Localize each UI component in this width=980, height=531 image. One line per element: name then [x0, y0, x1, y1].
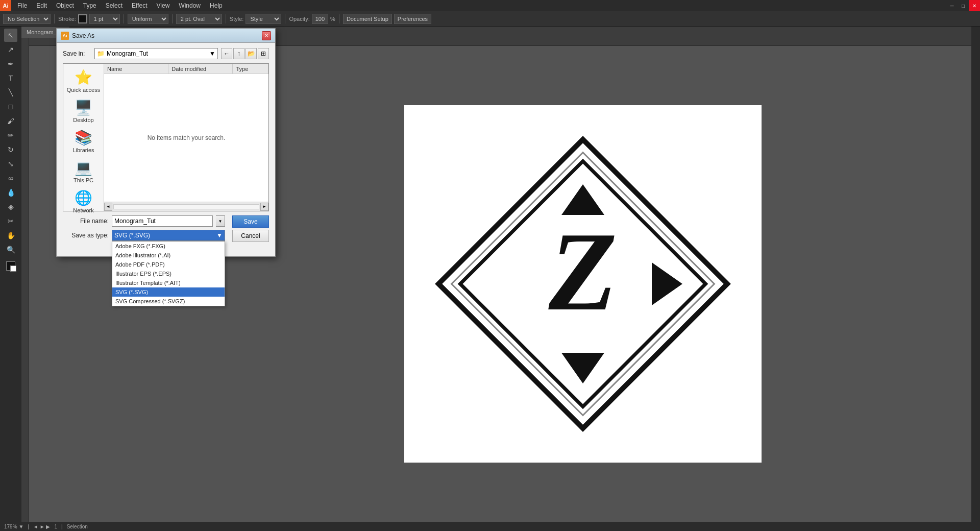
rotate-tool[interactable]: ↻ — [4, 143, 17, 156]
menu-view[interactable]: View — [153, 1, 174, 10]
page-nav[interactable]: ◄ ► ▶ — [33, 524, 50, 529]
dialog-title: Save As — [72, 32, 262, 39]
hand-tool[interactable]: ✋ — [4, 229, 17, 242]
horizontal-scrollbar[interactable]: ◄ ► — [104, 202, 268, 211]
brush-style-select[interactable]: Uniform — [128, 14, 168, 24]
menu-window[interactable]: Window — [175, 1, 205, 10]
blend-tool[interactable]: ∞ — [4, 172, 17, 185]
save-type-value: SVG (*.SVG) — [114, 232, 150, 239]
save-type-row: Save as type: SVG (*.SVG) ▼ Adobe FXG (*… — [63, 230, 225, 241]
filename-label: File name: — [63, 218, 109, 225]
dropdown-item-ait[interactable]: Illustrator Template (*.AIT) — [112, 278, 225, 287]
save-in-select[interactable]: 📁 Monogram_Tut ▼ — [94, 48, 218, 59]
scroll-right[interactable]: ► — [260, 203, 268, 211]
scale-tool[interactable]: ⤡ — [4, 157, 17, 171]
up-folder-button[interactable]: ↑ — [233, 48, 244, 59]
save-button[interactable]: Save — [232, 215, 269, 228]
stroke-label: Stroke: — [58, 16, 76, 22]
select-tool[interactable]: ↖ — [4, 29, 17, 42]
new-folder-button[interactable]: 📂 — [246, 48, 257, 59]
brush-select[interactable]: 2 pt. Oval — [176, 14, 222, 24]
svg-marker-5 — [652, 262, 682, 305]
filename-input[interactable] — [112, 215, 213, 227]
save-type-label: Save as type: — [63, 232, 109, 239]
maximize-button[interactable]: □ — [958, 0, 969, 11]
minimize-button[interactable]: ─ — [946, 0, 958, 11]
preferences-btn[interactable]: Preferences — [394, 14, 431, 24]
place-libraries[interactable]: 📚 Libraries — [65, 127, 102, 155]
menu-select[interactable]: Select — [102, 1, 127, 10]
current-folder: Monogram_Tut — [107, 50, 148, 57]
svg-marker-4 — [561, 353, 604, 383]
opacity-value[interactable]: 100 — [312, 14, 328, 24]
menu-object[interactable]: Object — [52, 1, 78, 10]
files-header: Name Date modified Type — [104, 64, 268, 74]
separator3 — [172, 14, 173, 23]
dialog-close-button[interactable]: ✕ — [262, 31, 271, 40]
scroll-track[interactable] — [113, 204, 259, 209]
back-button[interactable]: ← — [221, 48, 232, 59]
stroke-color[interactable] — [78, 14, 87, 23]
eyedropper-tool[interactable]: 💧 — [4, 186, 17, 199]
this-pc-label: This PC — [74, 177, 93, 183]
menu-help[interactable]: Help — [206, 1, 227, 10]
cancel-button[interactable]: Cancel — [232, 230, 269, 242]
place-quick-access[interactable]: ⭐ Quick access — [65, 67, 102, 95]
left-toolbar: ↖ ↗ ✒ T ╲ □ 🖌 ✏ ↻ ⤡ ∞ 💧 ◈ ✂ ✋ 🔍 — [0, 27, 21, 522]
status-text: Selection — [67, 524, 88, 529]
menu-type[interactable]: Type — [79, 1, 101, 10]
this-pc-icon: 💻 — [75, 159, 92, 176]
stroke-width-select[interactable]: 1 pt — [89, 14, 120, 24]
style-select[interactable]: Style — [246, 14, 281, 24]
dialog-titlebar[interactable]: Ai Save As ✕ — [57, 29, 275, 43]
save-type-wrapper: SVG (*.SVG) ▼ Adobe FXG (*.FXG) Adobe Il… — [112, 230, 225, 241]
direct-select-tool[interactable]: ↗ — [4, 43, 17, 56]
form-area: File name: ▼ Save as type: SVG (*.SVG) ▼ — [63, 215, 269, 251]
selection-dropdown[interactable]: No Selection — [3, 14, 51, 24]
options-bar: No Selection Stroke: 1 pt Uniform 2 pt. … — [0, 11, 980, 27]
save-type-arrow: ▼ — [216, 232, 223, 239]
pen-tool[interactable]: ✒ — [4, 57, 17, 70]
opacity-label: Opacity: — [289, 16, 309, 22]
network-icon: 🌐 — [75, 189, 92, 206]
dialog-buttons: Save Cancel — [232, 215, 269, 251]
gradient-tool[interactable]: ◈ — [4, 200, 17, 213]
paintbrush-tool[interactable]: 🖌 — [4, 114, 17, 128]
form-fields: File name: ▼ Save as type: SVG (*.SVG) ▼ — [63, 215, 225, 251]
place-this-pc[interactable]: 💻 This PC — [65, 157, 102, 185]
quick-access-icon: ⭐ — [75, 69, 92, 86]
network-label: Network — [73, 207, 93, 213]
pencil-tool[interactable]: ✏ — [4, 129, 17, 142]
dropdown-item-pdf[interactable]: Adobe PDF (*.PDF) — [112, 260, 225, 269]
view-toggle-button[interactable]: ⊞ — [258, 48, 269, 59]
separator6 — [339, 14, 339, 23]
save-type-dropdown-list[interactable]: Adobe FXG (*.FXG) Adobe Illustrator (*.A… — [112, 241, 225, 306]
dropdown-item-ai[interactable]: Adobe Illustrator (*.AI) — [112, 251, 225, 260]
doc-setup-btn[interactable]: Document Setup — [343, 14, 392, 24]
dropdown-item-svg[interactable]: SVG (*.SVG) — [112, 287, 225, 297]
line-tool[interactable]: ╲ — [4, 86, 17, 99]
save-type-select[interactable]: SVG (*.SVG) ▼ — [112, 230, 225, 241]
fill-color[interactable] — [4, 259, 17, 273]
separator2 — [124, 14, 124, 23]
filename-dropdown[interactable]: ▼ — [216, 215, 225, 227]
folder-icon: 📁 — [97, 50, 105, 57]
zoom-dropdown-icon: ▼ — [19, 524, 24, 529]
menu-file[interactable]: File — [13, 1, 31, 10]
col-type: Type — [233, 64, 268, 74]
dropdown-item-svgz[interactable]: SVG Compressed (*.SVGZ) — [112, 297, 225, 306]
scroll-left[interactable]: ◄ — [104, 203, 112, 211]
rectangle-tool[interactable]: □ — [4, 100, 17, 113]
type-tool[interactable]: T — [4, 71, 17, 85]
save-as-dialog: Ai Save As ✕ Save in: 📁 Monogram_Tut ▼ ←… — [56, 28, 276, 257]
menu-edit[interactable]: Edit — [32, 1, 51, 10]
place-network[interactable]: 🌐 Network — [65, 187, 102, 215]
zoom-tool[interactable]: 🔍 — [4, 243, 17, 256]
dropdown-item-eps[interactable]: Illustrator EPS (*.EPS) — [112, 269, 225, 278]
dropdown-item-fxg[interactable]: Adobe FXG (*.FXG) — [112, 242, 225, 251]
scissors-tool[interactable]: ✂ — [4, 214, 17, 228]
close-button[interactable]: ✕ — [969, 0, 980, 11]
place-desktop[interactable]: 🖥️ Desktop — [65, 97, 102, 125]
menu-effect[interactable]: Effect — [128, 1, 151, 10]
zoom-control[interactable]: 179% ▼ — [4, 524, 23, 529]
